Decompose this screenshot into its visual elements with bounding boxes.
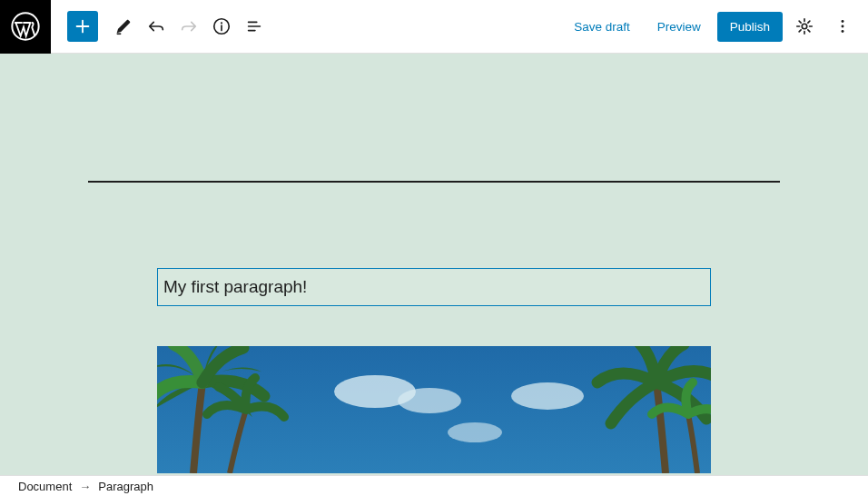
svg-point-11 [448, 422, 502, 442]
breadcrumb-current[interactable]: Paragraph [98, 480, 153, 493]
toolbar-left-group [51, 10, 271, 43]
svg-point-9 [398, 388, 461, 413]
info-icon [212, 16, 232, 36]
image-content [157, 346, 711, 473]
settings-button[interactable] [788, 10, 821, 43]
wordpress-icon [11, 12, 40, 41]
paragraph-block[interactable]: My first paragraph! [157, 268, 711, 306]
edit-tool-button[interactable] [107, 10, 140, 43]
save-draft-button[interactable]: Save draft [563, 13, 641, 41]
svg-point-6 [842, 30, 844, 33]
more-options-button[interactable] [826, 10, 859, 43]
editor-canvas[interactable]: My first paragraph! [0, 54, 868, 475]
gear-icon [794, 16, 814, 36]
image-block[interactable] [157, 346, 711, 473]
page-content: My first paragraph! [88, 54, 780, 473]
toolbar-right-group: Save draft Preview Publish [563, 10, 868, 43]
breadcrumb-root[interactable]: Document [18, 480, 72, 493]
svg-point-2 [221, 22, 222, 24]
add-block-button[interactable] [67, 11, 98, 42]
publish-button[interactable]: Publish [717, 12, 783, 42]
svg-point-5 [842, 25, 844, 28]
redo-button [173, 10, 205, 43]
pencil-icon [113, 16, 133, 36]
undo-button[interactable] [140, 10, 173, 43]
svg-point-3 [802, 24, 807, 29]
wordpress-logo[interactable] [0, 0, 51, 54]
info-button[interactable] [205, 10, 238, 43]
more-vertical-icon [833, 16, 853, 36]
list-icon [244, 16, 264, 36]
undo-icon [146, 16, 166, 36]
svg-point-10 [511, 382, 584, 410]
redo-icon [179, 16, 199, 36]
editor-toolbar: Save draft Preview Publish [0, 0, 868, 54]
outline-button[interactable] [238, 10, 271, 43]
title-separator [88, 181, 780, 183]
svg-point-4 [842, 20, 844, 23]
breadcrumb-bar: Document → Paragraph [0, 475, 868, 496]
plus-icon [73, 16, 93, 36]
chevron-right-icon: → [79, 480, 91, 493]
preview-button[interactable]: Preview [646, 13, 712, 41]
